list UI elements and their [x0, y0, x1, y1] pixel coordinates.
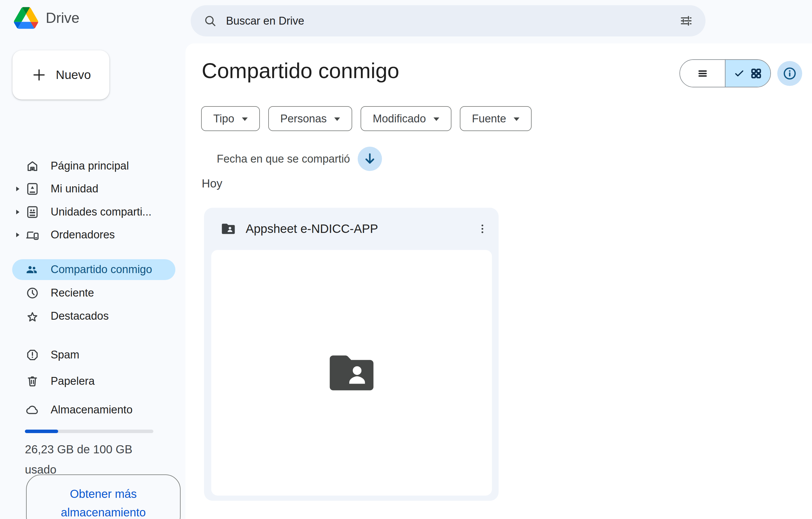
sort-label[interactable]: Fecha en que se compartió — [217, 153, 350, 165]
filter-chip-people[interactable]: Personas — [268, 106, 352, 131]
trash-icon — [26, 374, 39, 388]
filter-chip-type[interactable]: Tipo — [201, 106, 260, 131]
sidebar-item-computers[interactable]: Ordenadores — [0, 223, 185, 246]
sidebar-item-label: Ordenadores — [51, 228, 115, 241]
sidebar-item-label: Destacados — [51, 310, 109, 322]
more-actions-button[interactable] — [474, 221, 491, 237]
info-icon — [782, 66, 797, 81]
sidebar-item-starred[interactable]: Destacados — [0, 305, 185, 328]
sort-row: Fecha en que se compartió — [217, 146, 382, 171]
details-button[interactable] — [777, 61, 802, 86]
grid-view-icon — [750, 67, 762, 80]
shared-folder-icon — [221, 221, 236, 236]
new-button-label: Nuevo — [56, 68, 91, 82]
google-drive-app: Drive Buscar en Drive Nuevo Página — [0, 0, 812, 519]
sidebar-item-label: Reciente — [51, 287, 94, 299]
view-controls — [679, 59, 802, 87]
computers-icon — [26, 228, 39, 242]
page-title: Compartido conmigo — [202, 58, 399, 83]
date-group-label: Hoy — [202, 177, 222, 190]
chevron-down-icon — [334, 118, 340, 121]
storage-usage-text: 26,23 GB de 100 GB usado — [25, 439, 164, 480]
get-more-storage-button[interactable]: Obtener más almacenamiento — [26, 475, 180, 519]
sidebar-item-label: Página principal — [51, 160, 129, 172]
check-icon — [733, 68, 745, 79]
tune-icon[interactable] — [679, 14, 693, 28]
chevron-down-icon — [514, 118, 519, 121]
list-view-button[interactable] — [680, 60, 725, 87]
sort-direction-button[interactable] — [358, 147, 382, 171]
shared-drives-icon — [26, 205, 39, 219]
chip-label: Fuente — [472, 113, 506, 125]
chevron-down-icon — [242, 118, 248, 121]
chip-label: Personas — [281, 113, 327, 125]
sidebar-item-shared-drives[interactable]: Unidades comparti... — [0, 201, 185, 224]
sidebar-item-label: Spam — [51, 348, 79, 361]
people-icon — [25, 263, 39, 277]
new-button[interactable]: Nuevo — [12, 50, 109, 99]
chip-label: Tipo — [213, 113, 234, 125]
search-icon — [203, 14, 217, 28]
main-panel: Compartido conmigo — [185, 43, 812, 519]
spam-icon — [26, 348, 39, 362]
drive-logo[interactable]: Drive — [14, 7, 80, 29]
sidebar-item-trash[interactable]: Papelera — [0, 370, 185, 393]
file-card-preview — [211, 250, 492, 495]
file-card-header: Appsheet e-NDICC-APP — [204, 208, 499, 250]
star-icon — [26, 309, 39, 323]
expand-arrow-icon[interactable] — [16, 210, 19, 214]
storage-progress-fill — [25, 430, 58, 433]
sidebar-item-label: Almacenamiento — [51, 403, 133, 416]
plus-icon — [31, 67, 47, 83]
clock-icon — [26, 286, 39, 300]
expand-arrow-icon[interactable] — [16, 233, 19, 237]
file-name: Appsheet e-NDICC-APP — [246, 222, 464, 236]
home-icon — [26, 159, 39, 173]
my-drive-icon — [26, 182, 39, 196]
sidebar-item-spam[interactable]: Spam — [0, 343, 185, 367]
sidebar-item-home[interactable]: Página principal — [0, 154, 185, 178]
sidebar-item-shared-with-me[interactable]: Compartido conmigo — [12, 259, 175, 280]
sidebar-item-label: Unidades comparti... — [51, 206, 152, 218]
drive-logo-icon — [14, 7, 38, 29]
expand-arrow-icon[interactable] — [16, 187, 19, 191]
kebab-icon — [476, 222, 489, 235]
filter-chip-source[interactable]: Fuente — [460, 106, 531, 131]
app-name: Drive — [46, 9, 80, 26]
search-placeholder: Buscar en Drive — [226, 15, 670, 27]
layout-toggle — [679, 59, 771, 87]
arrow-down-icon — [362, 151, 377, 166]
list-view-icon — [696, 67, 709, 80]
sidebar-item-storage[interactable]: Almacenamiento — [0, 398, 185, 422]
sidebar: Nuevo Página principal Mi unidad — [0, 43, 185, 519]
sidebar-item-my-drive[interactable]: Mi unidad — [0, 177, 185, 201]
cloud-icon — [26, 403, 39, 417]
filter-chip-modified[interactable]: Modificado — [360, 106, 452, 131]
sidebar-item-label: Mi unidad — [51, 183, 98, 195]
grid-view-button[interactable] — [725, 60, 770, 87]
sidebar-item-recent[interactable]: Reciente — [0, 281, 185, 305]
search-input[interactable]: Buscar en Drive — [191, 5, 705, 36]
filter-chip-row: Tipo Personas Modificado Fuente — [201, 106, 531, 131]
file-card[interactable]: Appsheet e-NDICC-APP — [204, 208, 499, 501]
storage-progressbar — [25, 430, 153, 433]
sidebar-item-label: Compartido conmigo — [51, 263, 152, 276]
shared-folder-large-icon — [326, 347, 377, 398]
chevron-down-icon — [434, 118, 439, 121]
sidebar-item-label: Papelera — [51, 375, 95, 387]
chip-label: Modificado — [373, 113, 426, 125]
